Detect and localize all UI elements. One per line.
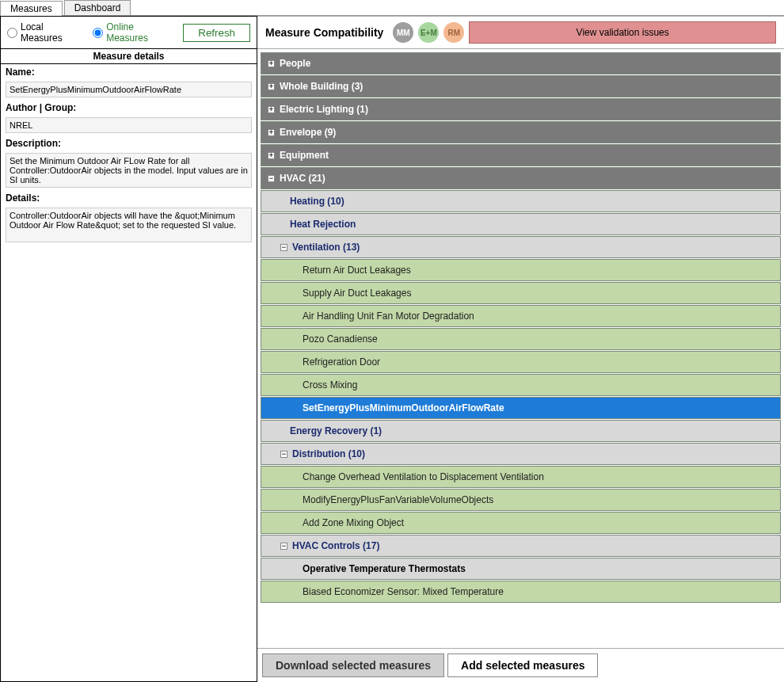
details-label: Details: bbox=[6, 192, 252, 204]
name-label: Name: bbox=[6, 67, 252, 78]
plus-icon[interactable]: + bbox=[268, 83, 275, 90]
leaf-overhead-displacement[interactable]: Change Overhead Ventilation to Displacem… bbox=[261, 466, 781, 488]
leaf-add-zone-mixing[interactable]: Add Zone Mixing Object bbox=[261, 512, 781, 534]
leaf-refrigeration-door[interactable]: Refrigeration Door bbox=[261, 351, 781, 373]
cat-envelope[interactable]: +Envelope (9) bbox=[261, 121, 781, 143]
leaf-return-air-duct[interactable]: Return Air Duct Leakages bbox=[261, 259, 781, 281]
plus-icon[interactable]: + bbox=[268, 60, 275, 67]
leaf-supply-air-duct[interactable]: Supply Air Duct Leakages bbox=[261, 282, 781, 304]
plus-icon[interactable]: + bbox=[268, 129, 275, 136]
badge-rm[interactable]: RM bbox=[443, 22, 464, 43]
measure-tree[interactable]: +People +Whole Building (3) +Electric Li… bbox=[257, 49, 784, 648]
sub-hvac-controls[interactable]: −HVAC Controls (17) bbox=[261, 535, 781, 557]
plus-icon[interactable]: + bbox=[268, 106, 275, 113]
author-label: Author | Group: bbox=[6, 102, 252, 113]
badge-mm[interactable]: MM bbox=[393, 22, 413, 43]
add-button[interactable]: Add selected measures bbox=[447, 653, 598, 677]
description-label: Description: bbox=[6, 138, 252, 149]
refresh-button[interactable]: Refresh bbox=[183, 24, 250, 42]
minus-icon[interactable]: − bbox=[280, 244, 287, 251]
minus-icon[interactable]: − bbox=[280, 543, 287, 550]
leaf-operative-temp[interactable]: Operative Temperature Thermostats bbox=[261, 558, 781, 580]
label-local[interactable]: Local Measures bbox=[21, 21, 86, 44]
cat-lighting[interactable]: +Electric Lighting (1) bbox=[261, 98, 781, 120]
tab-dashboard[interactable]: Dashboard bbox=[64, 0, 131, 15]
sub-distribution[interactable]: −Distribution (10) bbox=[261, 443, 781, 465]
leaf-biased-economizer[interactable]: Biased Economizer Sensor: Mixed Temperat… bbox=[261, 581, 781, 603]
leaf-pozo-canadiense[interactable]: Pozo Canadiense bbox=[261, 328, 781, 350]
bottom-buttons: Download selected measures Add selected … bbox=[257, 648, 784, 682]
label-online[interactable]: Online Measures bbox=[106, 21, 177, 44]
sub-energy-recovery[interactable]: Energy Recovery (1) bbox=[261, 420, 781, 442]
leaf-modify-fan-vav[interactable]: ModifyEnergyPlusFanVariableVolumeObjects bbox=[261, 489, 781, 511]
source-selector: Local Measures Online Measures Refresh bbox=[1, 17, 257, 49]
right-panel: Measure Compatibility MM E+M RM View val… bbox=[257, 16, 784, 682]
leaf-ahu-fan-degradation[interactable]: Air Handling Unit Fan Motor Degradation bbox=[261, 305, 781, 327]
badge-em[interactable]: E+M bbox=[418, 22, 439, 43]
tab-bar: Measures Dashboard bbox=[0, 0, 784, 16]
cat-people[interactable]: +People bbox=[261, 52, 781, 74]
description-value: Set the Minimum Outdoor Air FLow Rate fo… bbox=[6, 153, 252, 188]
details-value: Controller:OutdoorAir objects will have … bbox=[6, 208, 252, 242]
download-button[interactable]: Download selected measures bbox=[262, 653, 444, 677]
leaf-set-min-oa-flow[interactable]: SetEnergyPlusMinimumOutdoorAirFlowRate bbox=[261, 397, 781, 419]
tab-measures[interactable]: Measures bbox=[0, 1, 63, 16]
details-header: Measure details bbox=[1, 49, 257, 64]
radio-online[interactable] bbox=[93, 28, 103, 38]
compat-header: Measure Compatibility MM E+M RM View val… bbox=[257, 17, 784, 49]
cat-equipment[interactable]: +Equipment bbox=[261, 144, 781, 166]
sub-heat-rejection[interactable]: Heat Rejection bbox=[261, 213, 781, 235]
sub-ventilation[interactable]: −Ventilation (13) bbox=[261, 236, 781, 258]
compat-title: Measure Compatibility bbox=[265, 26, 383, 39]
author-value: NREL bbox=[6, 117, 252, 133]
validation-button[interactable]: View validation issues bbox=[469, 21, 776, 44]
plus-icon[interactable]: + bbox=[268, 152, 275, 159]
left-panel: Local Measures Online Measures Refresh M… bbox=[0, 16, 257, 682]
radio-local[interactable] bbox=[7, 28, 17, 38]
leaf-cross-mixing[interactable]: Cross Mixing bbox=[261, 374, 781, 396]
minus-icon[interactable]: − bbox=[268, 175, 275, 182]
minus-icon[interactable]: − bbox=[280, 451, 287, 458]
sub-heating[interactable]: Heating (10) bbox=[261, 190, 781, 212]
name-value: SetEnergyPlusMinimumOutdoorAirFlowRate bbox=[6, 82, 252, 97]
cat-whole-building[interactable]: +Whole Building (3) bbox=[261, 75, 781, 97]
cat-hvac[interactable]: −HVAC (21) bbox=[261, 167, 781, 189]
